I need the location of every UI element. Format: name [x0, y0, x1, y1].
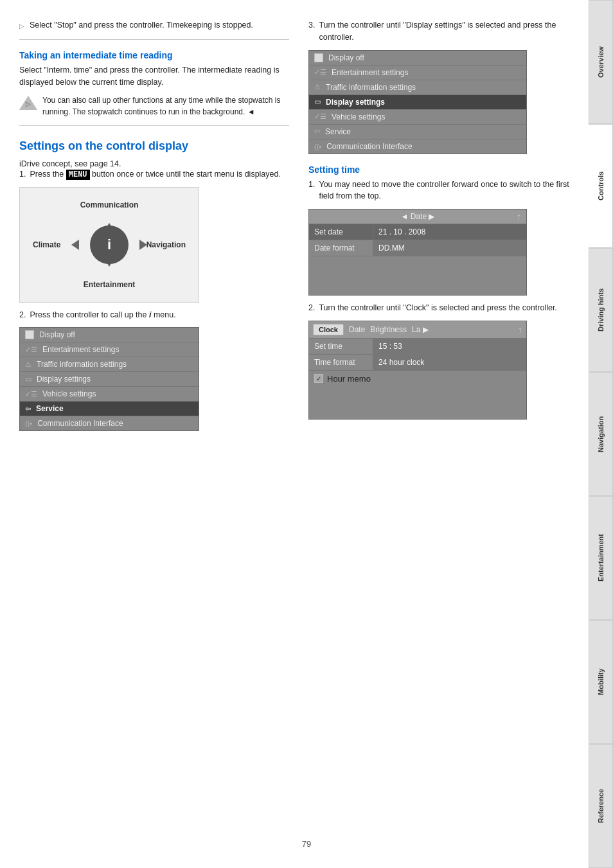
clock-panel: Clock Date Brightness La ▶ ↑ Set time 15… — [308, 321, 527, 420]
r-menu-item-traffic: ⚠ Traffic information settings — [309, 80, 526, 95]
r-step2-text: Turn the controller until "Clock" is sel… — [319, 302, 556, 314]
menu-item-traffic: ⚠ Traffic information settings — [20, 357, 199, 372]
page-number: 79 — [302, 839, 311, 849]
arrow-left-icon — [71, 240, 79, 250]
sidebar-tabs: Overview Controls Driving hints Navigati… — [589, 0, 613, 868]
step2-pre: Press the controller to call up the — [30, 310, 147, 319]
date-row-set: Set date 21 . 10 . 2008 — [309, 224, 526, 240]
menu-button-label: MENU — [66, 170, 90, 180]
r-step1-item: 1. You may need to move the controller f… — [308, 179, 569, 203]
menu-item-entertainment: ✓☰ Entertainment settings — [20, 342, 199, 357]
r-display-icon: ▭ — [314, 98, 321, 106]
r-menu-item-service: ⇦ Service — [309, 125, 526, 139]
r-wave-icon: ((• — [314, 143, 321, 150]
date-panel-header: ◄ Date ▶ ↑ — [309, 209, 526, 224]
note-box: ▷ You can also call up other functions a… — [19, 94, 289, 118]
r-menu-item-display-settings: ▭ Display settings — [309, 95, 526, 110]
bullet-stop-text: Select "Stop" and press the controller. … — [30, 19, 253, 31]
menu-item-vehicle: ✓☰ Vehicle settings — [20, 387, 199, 402]
menu-i-label: i — [107, 236, 111, 253]
date-value-format: DD.MM — [373, 240, 526, 256]
r-vehicle-icon: ✓☰ — [314, 112, 326, 121]
clock-label-set-time: Set time — [309, 339, 373, 354]
bullet-triangle-icon: ▷ — [19, 21, 24, 31]
clock-tab-brightness: Brightness — [370, 325, 407, 334]
left-menu-list: Display off ✓☰ Entertainment settings ⚠ … — [19, 327, 199, 431]
clock-tab-up: ↑ — [518, 324, 522, 335]
date-row-format: Date format DD.MM — [309, 240, 526, 256]
menu-label-navigation: Navigation — [147, 240, 186, 249]
clock-row-set-time: Set time 15 : 53 — [309, 339, 526, 355]
clock-tab-date: Date — [349, 325, 365, 334]
date-panel-empty — [309, 256, 526, 295]
step2-item: 2. Press the controller to call up the i… — [19, 309, 289, 321]
clock-row-format: Time format 24 hour clock — [309, 355, 526, 371]
clock-tab-clock: Clock — [313, 324, 344, 335]
tab-driving-hints[interactable]: Driving hints — [589, 248, 613, 372]
divider1 — [19, 39, 289, 40]
r-step1-text: You may need to move the controller forw… — [319, 179, 569, 203]
menu-diagram: Communication Climate Navigation Enterta… — [19, 187, 199, 303]
vehicle-icon: ✓☰ — [25, 390, 37, 398]
hour-memo-label: Hour memo — [327, 374, 371, 384]
tab-mobility[interactable]: Mobility — [589, 620, 613, 744]
date-up-icon: ↑ — [517, 211, 521, 222]
idrive-ref: iDrive concept, see page 14. — [19, 159, 289, 168]
divider2 — [19, 125, 289, 126]
menu-item-service: ⇦ Service — [20, 402, 199, 416]
service-arrow-icon: ⇦ — [25, 405, 31, 413]
clock-value-format: 24 hour clock — [373, 355, 526, 370]
step3-text: Turn the controller until "Display setti… — [319, 19, 569, 44]
arrow-right-icon — [139, 240, 147, 250]
heading-intermediate: Taking an intermediate time reading — [19, 50, 289, 60]
step1-cont: button once or twice until the start men… — [92, 170, 281, 179]
clock-tab-la: La ▶ — [412, 325, 429, 334]
r-triangle-icon: ⚠ — [314, 83, 321, 91]
backmark: ◄ — [247, 107, 255, 116]
r-menu-item-entertainment: ✓☰ Entertainment settings — [309, 66, 526, 80]
tab-controls[interactable]: Controls — [589, 124, 613, 248]
date-header-text: ◄ Date ▶ — [401, 212, 435, 221]
tab-entertainment[interactable]: Entertainment — [589, 496, 613, 620]
step2-post: menu. — [154, 310, 176, 319]
heading-setting-time: Setting time — [308, 164, 569, 175]
r-service-icon: ⇦ — [314, 127, 320, 136]
i-menu-icon: i — [149, 310, 154, 319]
r-menu-item-vehicle: ✓☰ Vehicle settings — [309, 110, 526, 125]
tab-reference[interactable]: Reference — [589, 744, 613, 868]
date-value-set: 21 . 10 . 2008 — [373, 224, 526, 240]
note-text: You can also call up other functions at … — [42, 94, 289, 118]
menu-label-climate: Climate — [33, 240, 60, 249]
tab-navigation[interactable]: Navigation — [589, 372, 613, 496]
r-step2-item: 2. Turn the controller until "Clock" is … — [308, 302, 569, 314]
right-menu-list: Display off ✓☰ Entertainment settings ⚠ … — [308, 50, 527, 154]
clock-label-format: Time format — [309, 355, 373, 370]
tab-overview[interactable]: Overview — [589, 0, 613, 124]
display-icon: ▭ — [25, 375, 31, 384]
menu-center-button: i — [90, 226, 129, 264]
wave-icon: ((• — [25, 420, 32, 427]
clock-panel-header: Clock Date Brightness La ▶ ↑ — [309, 321, 526, 339]
menu-item-communication: ((• Communication Interface — [20, 416, 199, 430]
right-column: 3. Turn the controller until "Display se… — [308, 19, 569, 849]
step1-text: Press the — [30, 170, 64, 179]
clock-panel-empty — [309, 387, 526, 419]
date-panel: ◄ Date ▶ ↑ Set date 21 . 10 . 2008 Date … — [308, 209, 527, 296]
bullet-stop: ▷ Select "Stop" and press the controller… — [19, 19, 289, 31]
check-icon: ✓☰ — [25, 346, 37, 354]
step1-item: 1. Press the MENU button once or twice u… — [19, 168, 289, 181]
step3-item: 3. Turn the controller until "Display se… — [308, 19, 569, 44]
r-checkbox-icon — [314, 53, 323, 62]
menu-item-display-off: Display off — [20, 328, 199, 342]
body-intermediate: Select "Interm. time" and press the cont… — [19, 64, 289, 89]
left-column: ▷ Select "Stop" and press the controller… — [19, 19, 289, 849]
clock-row-hour-memo: ✓ Hour memo — [309, 371, 526, 387]
menu-label-entertainment: Entertainment — [84, 280, 136, 289]
menu-label-communication: Communication — [80, 200, 139, 209]
clock-value-set-time: 15 : 53 — [373, 339, 526, 354]
hour-memo-checkbox: ✓ — [314, 374, 323, 383]
triangle-warn-icon: ⚠ — [25, 360, 31, 369]
date-label-set: Set date — [309, 224, 373, 240]
date-label-format: Date format — [309, 240, 373, 256]
r-menu-item-communication: ((• Communication Interface — [309, 139, 526, 154]
